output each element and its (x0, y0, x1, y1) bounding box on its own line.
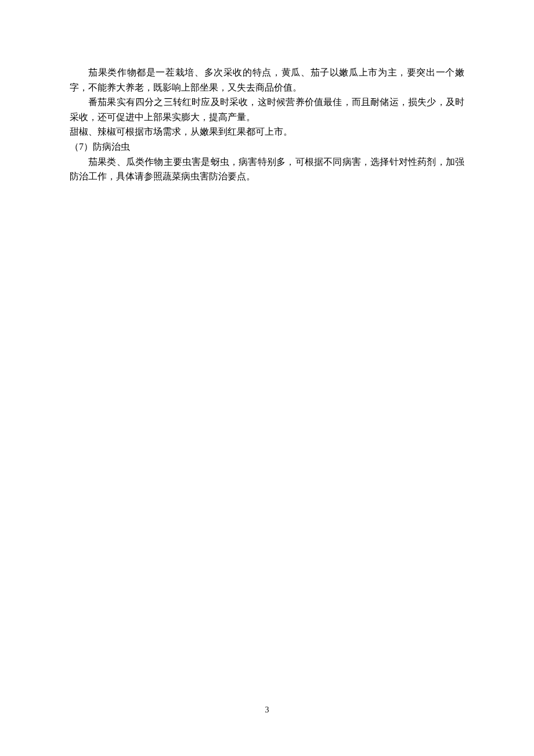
paragraph-1: 茄果类作物都是一茬栽培、多次采收的特点，黄瓜、茄子以嫩瓜上市为主，要突出一个嫩字… (70, 65, 464, 95)
document-body: 茄果类作物都是一茬栽培、多次采收的特点，黄瓜、茄子以嫩瓜上市为主，要突出一个嫩字… (0, 0, 534, 184)
paragraph-2: 番茄果实有四分之三转红时应及时采收，这时候营养价值最佳，而且耐储运，损失少，及时… (70, 95, 464, 124)
section-heading-7: （7）防病治虫 (70, 139, 464, 154)
page-number: 3 (0, 704, 534, 717)
paragraph-4: 茄果类、瓜类作物主要虫害是蚜虫，病害特别多，可根据不同病害，选择针对性药剂，加强… (70, 154, 464, 184)
paragraph-3: 甜椒、辣椒可根据市场需求，从嫩果到红果都可上市。 (70, 124, 464, 139)
